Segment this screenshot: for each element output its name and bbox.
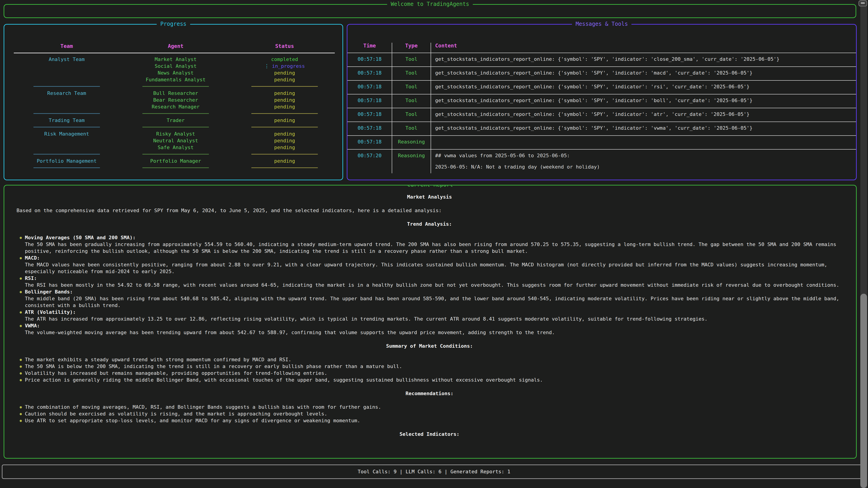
bullet-item: ●VWMA:The volume-weighted moving average…: [17, 322, 842, 336]
status-text: pending: [274, 158, 295, 164]
bullet-body: The volume-weighted moving average has b…: [25, 329, 842, 336]
progress-table: Team Agent Status Analyst TeamMarket Ana…: [4, 25, 342, 171]
bullet-body: The market exhibits a steady upward tren…: [25, 356, 842, 363]
message-time: 00:57:20: [347, 150, 392, 173]
message-row: 00:57:18Toolget_stockstats_indicators_re…: [347, 108, 856, 122]
messages-table-header: Time Type Content: [347, 43, 856, 53]
bullet-list: ●Moving Averages (50 SMA and 200 SMA):Th…: [17, 234, 842, 336]
message-content: get_stockstats_indicators_report_online:…: [431, 94, 856, 108]
message-content: get_stockstats_indicators_report_online:…: [431, 108, 856, 122]
team-cell: Risk Management: [33, 131, 100, 137]
bullet-list: ●The combination of moving averages, MAC…: [17, 404, 842, 424]
bullet-item: ●The combination of moving averages, MAC…: [17, 404, 842, 411]
agent-cell: Risky Analyst: [143, 131, 209, 137]
bullet-item: ●ATR (Volatility):The ATR has increased …: [17, 309, 842, 322]
message-row: 00:57:18Toolget_stockstats_indicators_re…: [347, 67, 856, 80]
status-text: pending: [274, 118, 295, 123]
group-separator: [251, 83, 318, 90]
message-type: Reasoning: [392, 136, 431, 149]
progress-col-agent: Agent: [143, 43, 209, 50]
agent-cell: Fundamentals Analyst: [143, 76, 209, 83]
agent-cell: Safe Analyst: [143, 144, 209, 151]
report-section-heading: Selected Indicators:: [17, 431, 842, 437]
bullet-icon: ●: [20, 363, 22, 370]
message-row: 00:57:20Reasoning## vwma values from 202…: [347, 150, 856, 173]
scrollbar-thumb[interactable]: [860, 294, 867, 488]
messages-col-time: Time: [347, 43, 392, 53]
message-row: 00:57:18Toolget_stockstats_indicators_re…: [347, 122, 856, 136]
messages-panel-title: Messages & Tools: [572, 21, 631, 27]
message-row: 00:57:18Toolget_stockstats_indicators_re…: [347, 53, 856, 67]
bullet-body: Price action is generally riding the mid…: [25, 377, 842, 383]
scrollbar-top-button[interactable]: [859, 0, 867, 6]
group-separator: [33, 83, 100, 90]
message-type: Tool: [392, 122, 431, 135]
status-cell: ⋮in_progress: [251, 63, 318, 70]
agent-cell: Social Analyst: [143, 63, 209, 70]
group-separator: [33, 124, 100, 131]
message-row: 00:57:18Toolget_stockstats_indicators_re…: [347, 80, 856, 94]
status-text: pending: [274, 131, 295, 137]
progress-header-separator: [14, 53, 335, 53]
bullet-icon: ●: [20, 370, 22, 377]
progress-col-status: Status: [251, 43, 318, 50]
message-time: 00:57:18: [347, 53, 392, 66]
team-cell: Analyst Team: [33, 56, 100, 63]
bullet-text: The combination of moving averages, MACD…: [25, 404, 842, 411]
status-text: pending: [274, 144, 295, 150]
bullet-icon: ●: [20, 356, 22, 363]
bullet-body: Volatility has increased but remains man…: [25, 370, 842, 377]
bullet-item: ●Price action is generally riding the mi…: [17, 377, 842, 383]
bullet-item: ●Use ATR to set appropriate stop-loss le…: [17, 417, 842, 424]
agent-cell: Research Manager: [143, 103, 209, 110]
group-separator: [143, 124, 209, 131]
agent-cell: Trader: [143, 117, 209, 124]
bullet-text: Caution should be exercised as volatilit…: [25, 411, 842, 417]
bullet-title: VWMA:: [25, 322, 842, 329]
bullet-title: RSI:: [25, 275, 842, 282]
bullet-body: The RSI has been mostly in the 54.92 to …: [25, 282, 842, 289]
messages-col-type: Type: [392, 43, 431, 53]
bullet-icon: ●: [20, 309, 22, 316]
report-panel-title: Current Report: [404, 185, 457, 188]
status-cell: completed: [251, 56, 318, 63]
stats-text: Tool Calls: 9 | LLM Calls: 6 | Generated…: [358, 469, 510, 475]
bullet-body: The combination of moving averages, MACD…: [25, 404, 842, 411]
bullet-icon: ●: [20, 411, 22, 417]
status-cell: pending: [251, 131, 318, 137]
bullet-text: Use ATR to set appropriate stop-loss lev…: [25, 417, 842, 424]
agent-cell: News Analyst: [143, 70, 209, 76]
message-type: Tool: [392, 80, 431, 94]
message-type: Tool: [392, 94, 431, 108]
message-time: 00:57:18: [347, 108, 392, 122]
team-cell: Portfolio Management: [33, 158, 100, 164]
bullet-item: ●Volatility has increased but remains ma…: [17, 370, 842, 377]
group-separator: [251, 164, 318, 171]
report-sections: Trend Analysis:●Moving Averages (50 SMA …: [17, 221, 842, 437]
message-content: ## vwma values from 2025-05-06 to 2025-0…: [431, 150, 856, 173]
team-cell: Trading Team: [33, 117, 100, 124]
report-section-heading: Recommendations:: [17, 390, 842, 397]
bullet-item: ●The market exhibits a steady upward tre…: [17, 356, 842, 363]
bullet-text: The market exhibits a steady upward tren…: [25, 356, 842, 363]
agent-cell: Bull Researcher: [143, 90, 209, 97]
report-section-heading: Summary of Market Conditions:: [17, 343, 842, 350]
group-separator: [143, 83, 209, 90]
message-content: get_stockstats_indicators_report_online:…: [431, 53, 856, 66]
status-cell: pending: [251, 103, 318, 110]
progress-table-body: Analyst TeamMarket AnalystcompletedSocia…: [4, 56, 342, 171]
progress-panel: Progress Team Agent Status Analyst TeamM…: [4, 24, 343, 180]
spinner-icon: ⋮: [264, 63, 269, 69]
bullet-text: ATR (Volatility):The ATR has increased f…: [25, 309, 842, 322]
status-cell: pending: [251, 70, 318, 76]
message-content: get_stockstats_indicators_report_online:…: [431, 67, 856, 80]
bullet-body: The 50 SMA has been gradually increasing…: [25, 241, 842, 255]
status-cell: pending: [251, 158, 318, 164]
bullet-body: Use ATR to set appropriate stop-loss lev…: [25, 417, 842, 424]
group-separator: [143, 110, 209, 117]
bullet-body: The ATR has increased from approximately…: [25, 316, 842, 322]
progress-table-header: Team Agent Status: [4, 43, 342, 50]
message-type: Tool: [392, 67, 431, 80]
group-separator: [143, 151, 209, 158]
message-content: [431, 136, 856, 149]
